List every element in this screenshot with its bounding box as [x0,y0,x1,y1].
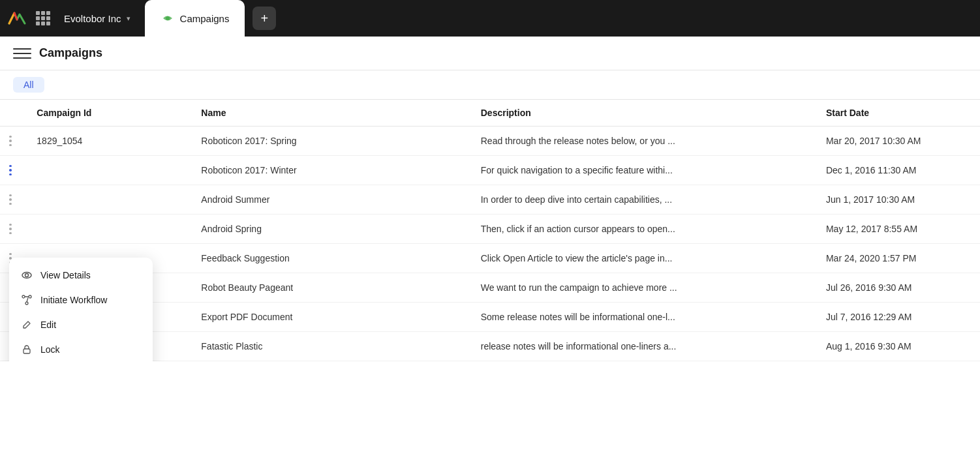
col-start-date: Start Date [816,100,980,127]
cell-start-date: Mar 24, 2020 1:57 PM [816,244,980,273]
workflow-icon [21,294,33,306]
cell-campaign-id [26,185,191,215]
menu-item-label: Edit [40,320,56,330]
campaign-tab-icon [161,11,175,25]
add-tab-button[interactable]: + [253,7,276,30]
menu-item-label: View Details [40,270,91,280]
cell-campaign-id [26,215,191,244]
org-selector[interactable]: Evoltobor Inc ▾ [57,10,137,27]
grid-menu-icon[interactable] [31,7,55,30]
table-row: Android Summer In order to deep dive int… [0,185,980,215]
cell-name: Export PDF Document [191,303,470,332]
cell-name: Fatastic Plastic [191,332,470,361]
context-menu-item-view-details[interactable]: View Details [9,263,153,288]
row-menu-cell [0,215,26,244]
row-menu-button[interactable] [3,162,18,178]
edit-icon [21,319,33,331]
cell-start-date: Jul 7, 2016 12:29 AM [816,303,980,332]
eye-icon [21,269,33,281]
row-menu-button[interactable] [3,192,18,207]
cell-campaign-id: 1829_1054 [26,127,191,156]
cell-start-date: May 12, 2017 8:55 AM [816,215,980,244]
col-name: Name [191,100,470,127]
cell-description: We want to run the campaign to achieve m… [470,273,816,303]
col-actions [0,100,26,127]
cell-name: Roboticon 2017: Winter [191,156,470,185]
table-row: Android Spring Then, click if an action … [0,215,980,244]
cell-start-date: Aug 1, 2016 9:30 AM [816,332,980,361]
svg-point-3 [22,295,25,298]
filter-row: All [0,70,980,100]
cell-description: release notes will be informational one-… [470,332,816,361]
campaigns-tab[interactable]: Campaigns [145,0,245,37]
cell-description: Then, click if an action cursor appears … [470,215,816,244]
org-name: Evoltobor Inc [64,13,121,24]
cell-name: Roboticon 2017: Spring [191,127,470,156]
page-title: Campaigns [39,46,102,60]
cell-start-date: Jul 26, 2016 9:30 AM [816,273,980,303]
svg-point-2 [25,274,29,277]
cell-start-date: Mar 20, 2017 10:30 AM [816,127,980,156]
menu-item-label: Initiate Workflow [40,295,107,305]
cell-description: In order to deep dive into certain capab… [470,185,816,215]
hamburger-menu-icon[interactable] [13,44,31,63]
menu-item-label: Lock [40,344,60,355]
row-menu-cell [0,127,26,156]
table-row: 1829_1054 Roboticon 2017: Spring Read th… [0,127,980,156]
cell-campaign-id [26,156,191,185]
row-menu-button[interactable] [3,221,18,237]
context-menu-item-edit[interactable]: Edit [9,312,153,337]
row-menu-button[interactable] [3,133,18,149]
col-description: Description [470,100,816,127]
org-chevron-icon: ▾ [127,14,130,23]
topbar: Evoltobor Inc ▾ Campaigns + [0,0,980,37]
cell-start-date: Dec 1, 2016 11:30 AM [816,156,980,185]
cell-description: Read through the release notes below, or… [470,127,816,156]
table-container: Campaign Id Name Description Start Date … [0,100,980,361]
col-campaign-id: Campaign Id [26,100,191,127]
svg-rect-6 [23,349,30,353]
row-menu-cell [0,156,26,185]
table-header-row: Campaign Id Name Description Start Date [0,100,980,127]
app-logo [5,7,29,30]
cell-description: Click Open Article to view the article's… [470,244,816,273]
subheader: Campaigns [0,37,980,70]
cell-start-date: Jun 1, 2017 10:30 AM [816,185,980,215]
svg-point-4 [29,295,31,298]
all-filter-button[interactable]: All [13,77,44,93]
cell-description: For quick navigation to a specific featu… [470,156,816,185]
campaigns-tab-label: Campaigns [180,13,230,24]
context-menu-item-initiate-workflow[interactable]: Initiate Workflow [9,288,153,312]
context-menu: View Details Initiate Workflow Edit Lock… [9,258,153,361]
table-row: Roboticon 2017: Winter For quick navigat… [0,156,980,185]
cell-description: Some release notes will be informational… [470,303,816,332]
cell-name: Robot Beauty Pageant [191,273,470,303]
svg-point-5 [25,302,28,305]
cell-name: Android Summer [191,185,470,215]
context-menu-item-lock[interactable]: Lock [9,337,153,361]
cell-name: Android Spring [191,215,470,244]
svg-point-0 [166,16,170,20]
row-menu-cell [0,185,26,215]
cell-name: Feedback Suggestion [191,244,470,273]
lock-icon [21,344,33,355]
